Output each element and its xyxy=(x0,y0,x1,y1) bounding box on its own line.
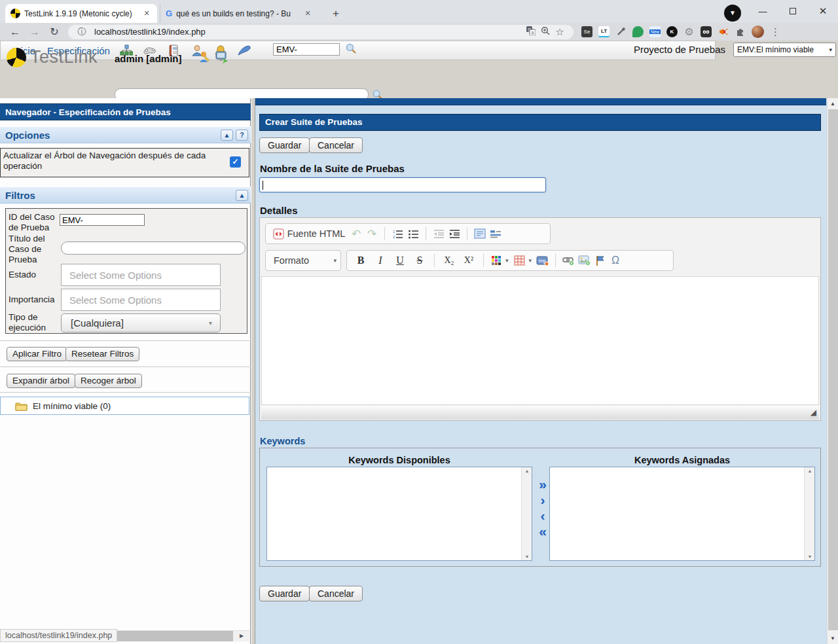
profile-avatar[interactable] xyxy=(752,26,764,38)
keywords-available-list[interactable]: ▲ ▼ xyxy=(266,467,532,561)
text-color-icon[interactable] xyxy=(488,252,504,269)
browser-menu-icon[interactable]: ⋮ xyxy=(770,26,781,37)
indent-icon[interactable] xyxy=(446,225,462,242)
hootsuite-owl-extension-icon[interactable] xyxy=(701,26,712,37)
filter-title-input[interactable] xyxy=(61,241,246,255)
filters-panel-header[interactable]: Filtros ▲ xyxy=(0,187,251,204)
bulleted-list-icon[interactable] xyxy=(405,225,421,242)
reset-filters-button[interactable]: Resetear Filtros xyxy=(65,347,139,361)
edit-feather-icon[interactable] xyxy=(237,44,251,57)
refresh-tree-checkbox[interactable]: ✓ xyxy=(230,156,241,168)
account-settings-icon[interactable] xyxy=(198,50,211,67)
keywords-assigned-list[interactable]: ▲ ▼ xyxy=(549,467,815,561)
blockquote-icon[interactable] xyxy=(488,225,503,242)
scroll-up-icon[interactable]: ▲ xyxy=(805,469,815,473)
tab-google-search[interactable]: G qué es un builds en testing? - Bu ✕ xyxy=(160,4,318,23)
filter-estado-multiselect[interactable]: Select Some Options xyxy=(61,264,221,286)
site-info-icon[interactable]: ⓘ xyxy=(75,26,89,38)
assign-all-icon[interactable]: » xyxy=(536,477,550,492)
scroll-down-icon[interactable]: ▼ xyxy=(805,554,815,559)
new-tab-button[interactable]: + xyxy=(327,5,344,22)
special-char-omega-icon[interactable]: Ω xyxy=(608,252,623,269)
subscript-button[interactable]: X₂ xyxy=(439,255,459,266)
chrome-update-icon[interactable]: ▼ xyxy=(724,5,741,22)
collapse-panel-button[interactable]: ▲ xyxy=(221,130,233,141)
window-minimize-button[interactable]: — xyxy=(748,0,778,22)
scroll-up-icon[interactable]: ▲ xyxy=(828,98,838,109)
chat-extension-icon[interactable] xyxy=(632,26,644,37)
save-button[interactable]: Guardar xyxy=(259,586,310,601)
apply-filter-button[interactable]: Aplicar Filtro xyxy=(7,347,67,361)
scrollbar-thumb[interactable] xyxy=(828,109,838,630)
editor-content-area[interactable] xyxy=(261,276,819,405)
underline-button[interactable]: U xyxy=(390,255,410,266)
create-div-icon[interactable] xyxy=(472,225,488,242)
redo-icon[interactable]: ↷ xyxy=(364,225,380,242)
lambdatest-extension-icon[interactable]: LT xyxy=(598,26,610,37)
insert-link-icon[interactable] xyxy=(560,252,576,269)
insert-image-icon[interactable] xyxy=(576,252,592,269)
save-button[interactable]: Guardar xyxy=(259,137,310,153)
superscript-button[interactable]: X² xyxy=(459,255,479,266)
undo-icon[interactable]: ↶ xyxy=(348,225,364,242)
collapse-panel-button[interactable]: ▲ xyxy=(236,190,248,201)
tab-close-icon[interactable]: ✕ xyxy=(141,9,152,18)
filter-tipo-select[interactable]: [Cualquiera] ▾ xyxy=(61,313,221,332)
filter-id-input[interactable] xyxy=(60,214,145,226)
url-text[interactable]: localhost/testlink19/index.php xyxy=(94,27,524,37)
tree-root-node[interactable]: El mínimo viable (0) xyxy=(0,397,249,415)
options-panel-header[interactable]: Opciones ▲ ? xyxy=(0,126,251,143)
tree-node-label[interactable]: El mínimo viable (0) xyxy=(33,401,111,411)
bold-button[interactable]: B xyxy=(351,255,371,266)
italic-button[interactable]: I xyxy=(371,255,390,266)
image-placeholder-icon[interactable]: img xyxy=(535,252,551,269)
unassign-selected-icon[interactable]: ‹ xyxy=(536,509,550,524)
tab-close-icon[interactable]: ✕ xyxy=(302,9,313,18)
cancel-button[interactable]: Cancelar xyxy=(309,137,363,153)
translate-icon[interactable]: ga xyxy=(524,26,538,37)
reload-icon[interactable]: ↻ xyxy=(45,26,64,38)
scroll-down-icon[interactable]: ▼ xyxy=(522,554,532,559)
list-scrollbar[interactable]: ▲ ▼ xyxy=(521,467,532,560)
k-extension-icon[interactable]: K xyxy=(666,26,678,37)
outdent-icon[interactable] xyxy=(431,225,446,242)
window-maximize-button[interactable] xyxy=(778,0,808,22)
expand-tree-button[interactable]: Expandir árbol xyxy=(7,374,75,388)
resize-handle-icon[interactable]: ◢ xyxy=(811,408,816,417)
scroll-right-icon[interactable]: ▶ xyxy=(234,631,249,641)
suite-name-input[interactable] xyxy=(259,177,546,192)
streak-new-extension-icon[interactable]: New xyxy=(649,26,661,37)
collapse-tree-button[interactable]: Recoger árbol xyxy=(75,374,142,388)
back-icon[interactable]: ← xyxy=(5,26,25,38)
project-select[interactable]: EMV:El mínimo viable ▾ xyxy=(733,43,836,57)
cancel-button[interactable]: Cancelar xyxy=(309,586,363,601)
megaphone-extension-icon[interactable] xyxy=(718,26,729,37)
assign-selected-icon[interactable]: › xyxy=(536,493,550,508)
unassign-all-icon[interactable]: « xyxy=(536,524,550,539)
search-icon[interactable] xyxy=(345,43,357,57)
tab-testlink[interactable]: TestLink 1.9.19 (Metonic cycle) ✕ xyxy=(5,4,157,23)
table-icon[interactable] xyxy=(512,252,528,269)
list-scrollbar[interactable]: ▲ ▼ xyxy=(804,467,814,560)
main-vertical-scrollbar[interactable]: ▲ ▼ xyxy=(827,98,838,644)
filter-importancia-multiselect[interactable]: Select Some Options xyxy=(61,289,221,311)
window-close-button[interactable]: ✕ xyxy=(808,0,838,22)
format-dropdown[interactable]: Formato ▾ xyxy=(265,250,341,271)
puzzle-extensions-icon[interactable] xyxy=(735,26,746,37)
eyedropper-extension-icon[interactable] xyxy=(615,26,627,37)
zoom-icon[interactable] xyxy=(538,26,553,37)
scroll-down-icon[interactable]: ▼ xyxy=(828,633,838,644)
ordered-list-icon[interactable]: 12 xyxy=(390,225,405,242)
address-bar[interactable]: ⓘ localhost/testlink19/index.php ga ☆ xyxy=(68,25,574,39)
source-button[interactable]: Fuente HTML xyxy=(270,225,348,242)
forward-icon[interactable]: → xyxy=(25,26,45,38)
strikethrough-button[interactable]: S xyxy=(410,255,429,266)
testcase-id-search-input[interactable] xyxy=(273,43,340,56)
flag-icon[interactable] xyxy=(592,252,608,269)
selenium-extension-icon[interactable]: Se xyxy=(581,26,592,37)
help-button[interactable]: ? xyxy=(236,130,248,141)
scroll-up-icon[interactable]: ▲ xyxy=(522,469,532,473)
logout-icon[interactable] xyxy=(215,50,228,67)
settings-gear-icon[interactable]: ⚙ xyxy=(683,26,695,37)
bookmark-star-icon[interactable]: ☆ xyxy=(553,26,567,38)
